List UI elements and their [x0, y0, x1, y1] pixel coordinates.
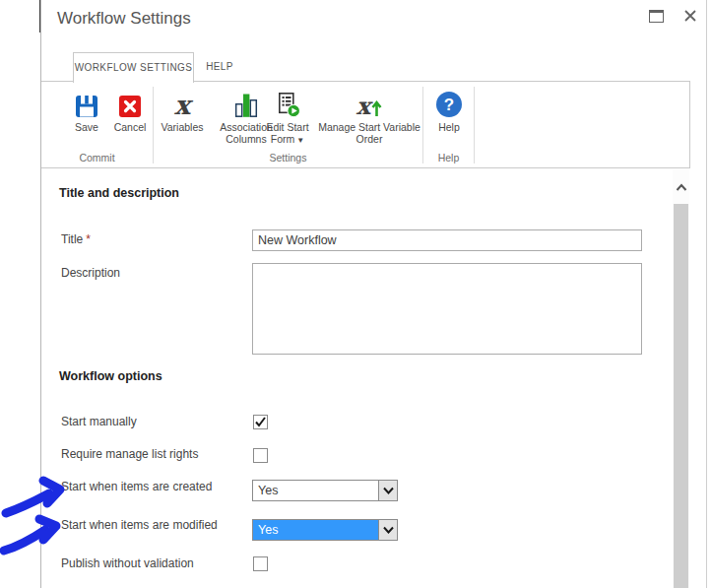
checkmark-icon: [254, 416, 267, 428]
option-label-require-manage-list-rights: Require manage list rights: [61, 447, 198, 461]
title-input[interactable]: [252, 229, 642, 251]
ribbon-button-label: Cancel: [114, 122, 147, 134]
save-button[interactable]: Save: [65, 86, 108, 134]
description-field-label: Description: [61, 266, 120, 280]
group-caption-help: Help: [423, 152, 474, 163]
scrollbar-thumb[interactable]: [674, 204, 688, 588]
required-marker: *: [86, 232, 91, 246]
ribbon-button-label: Save: [75, 122, 98, 134]
chevron-down-icon: [383, 526, 394, 534]
vertical-scrollbar[interactable]: [673, 169, 689, 588]
workflow-settings-dialog: Workflow Settings WORKFLOW SETTINGS HELP…: [0, 0, 711, 588]
help-button[interactable]: ? Help: [425, 86, 473, 134]
title-field-label: Title*: [61, 232, 91, 246]
dialog-left-border: [40, 0, 41, 588]
scroll-up-button[interactable]: [673, 177, 689, 197]
ribbon-right-border: [689, 81, 690, 168]
section-heading-workflow-options: Workflow options: [59, 369, 162, 383]
window-title: Workflow Settings: [57, 9, 191, 29]
close-icon[interactable]: [682, 8, 698, 24]
manage-start-variable-order-button[interactable]: x Manage Start Variable Order: [317, 86, 421, 145]
chevron-down-icon: [383, 487, 394, 494]
edit-start-form-button[interactable]: Edit Start Form▼: [258, 86, 317, 146]
maximize-icon[interactable]: [649, 10, 664, 23]
group-divider: [474, 87, 475, 163]
group-caption-commit: Commit: [41, 152, 153, 163]
dropdown-value: Yes: [253, 481, 378, 500]
option-label-start-when-created: Start when items are created: [61, 480, 212, 493]
section-heading-title-description: Title and description: [59, 186, 179, 200]
variables-button[interactable]: x Variables: [154, 86, 211, 134]
group-caption-settings: Settings: [154, 152, 422, 163]
start-when-modified-dropdown[interactable]: Yes: [252, 519, 398, 541]
dropdown-value-highlighted: Yes: [253, 520, 378, 540]
cancel-button[interactable]: Cancel: [108, 86, 152, 134]
svg-text:?: ?: [444, 96, 454, 114]
ribbon-button-label: Variables: [162, 122, 204, 134]
ribbon-button-label: Edit Start Form▼: [258, 122, 317, 146]
tab-workflow-settings[interactable]: WORKFLOW SETTINGS: [73, 52, 194, 83]
option-label-start-when-modified: Start when items are modified: [61, 518, 218, 532]
cancel-x-icon: [118, 86, 142, 118]
dropdown-arrow-button[interactable]: [378, 520, 397, 540]
start-when-created-dropdown[interactable]: Yes: [252, 480, 398, 501]
association-columns-chart-icon: [233, 86, 259, 118]
require-manage-list-rights-checkbox[interactable]: [253, 448, 268, 463]
dialog-right-border: [706, 0, 707, 588]
description-textarea[interactable]: [252, 263, 642, 355]
chevron-up-icon: [676, 183, 687, 192]
start-manually-checkbox[interactable]: [253, 415, 268, 429]
help-question-icon: ?: [435, 86, 463, 118]
dropdown-arrow-button[interactable]: [378, 481, 397, 500]
chevron-down-icon: ▼: [296, 136, 304, 145]
tab-help[interactable]: HELP: [194, 52, 245, 82]
option-label-publish-without-validation: Publish without validation: [61, 556, 194, 570]
save-floppy-icon: [75, 86, 98, 118]
hand-drawn-arrow-shaft: [6, 493, 49, 513]
ribbon-bottom-border: [41, 167, 689, 168]
ribbon-button-label: Help: [438, 122, 460, 134]
hand-drawn-arrow-head: [43, 481, 60, 503]
edit-start-form-icon: [275, 86, 301, 118]
variable-order-up-icon: x: [356, 86, 382, 118]
hand-drawn-arrow-head: [39, 519, 56, 540]
option-label-start-manually: Start manually: [61, 415, 137, 428]
ribbon-button-label: Manage Start Variable Order: [317, 122, 421, 145]
publish-without-validation-checkbox[interactable]: [253, 556, 268, 571]
variables-x-icon: x: [174, 86, 190, 118]
hand-drawn-arrow-shaft: [4, 530, 45, 551]
